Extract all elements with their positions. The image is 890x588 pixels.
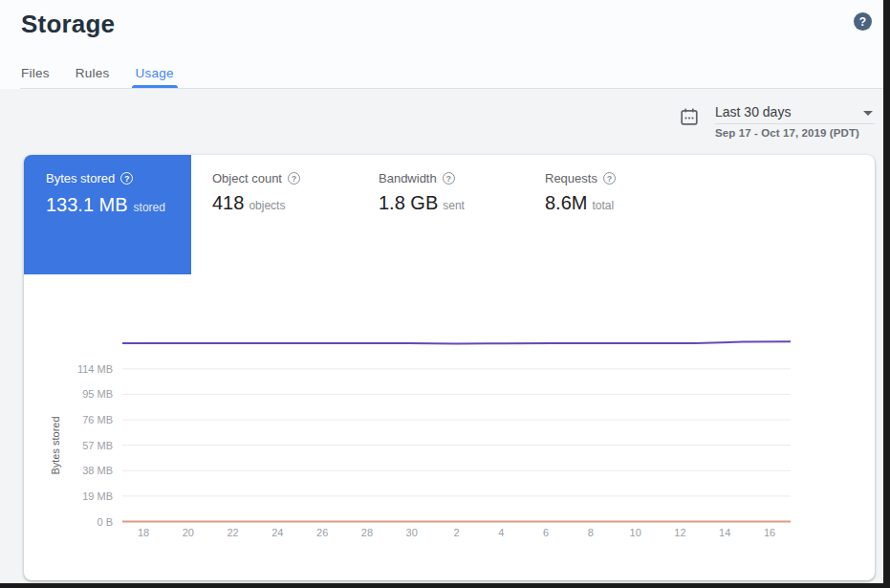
- metric-tab-object-count[interactable]: Object count?418objects: [212, 171, 379, 214]
- y-axis-title: Bytes stored: [50, 416, 61, 474]
- calendar-icon: [680, 107, 699, 126]
- usage-line-chart: 114 MB95 MB76 MB57 MB38 MB19 MB0 B182022…: [29, 316, 879, 555]
- metric-value: 418: [212, 192, 244, 214]
- window-frame-right: [883, 0, 890, 588]
- metric-help-icon[interactable]: ?: [603, 172, 616, 185]
- y-tick-label: 19 MB: [82, 490, 113, 502]
- x-tick-label: 2: [453, 527, 459, 538]
- date-range-label: Last 30 days: [715, 104, 791, 120]
- chevron-down-icon: [863, 111, 873, 116]
- metric-label: Object count: [212, 171, 282, 185]
- x-tick-label: 10: [630, 527, 641, 538]
- x-tick-label: 14: [719, 527, 730, 538]
- window-frame-bottom: [0, 583, 890, 588]
- metric-label: Requests: [545, 171, 597, 185]
- question-mark-icon: ?: [859, 15, 866, 29]
- metric-label: Bytes stored: [46, 171, 115, 185]
- metric-value: 133.1 MB: [46, 194, 128, 216]
- metric-value: 1.8 GB: [379, 192, 438, 214]
- page-help-icon[interactable]: ?: [854, 12, 872, 31]
- x-tick-label: 8: [588, 527, 594, 538]
- x-tick-label: 6: [543, 527, 549, 538]
- x-tick-label: 28: [361, 527, 373, 538]
- metric-unit: sent: [443, 199, 465, 212]
- metric-unit: total: [592, 199, 614, 212]
- y-tick-label: 38 MB: [82, 465, 113, 476]
- metric-unit: objects: [249, 199, 285, 212]
- bytes-stored-line: [122, 341, 791, 343]
- x-tick-label: 20: [183, 527, 194, 538]
- page-title: Storage: [21, 10, 115, 39]
- metric-tab-bandwidth[interactable]: Bandwidth?1.8 GBsent: [379, 171, 545, 214]
- metric-help-icon[interactable]: ?: [443, 172, 455, 185]
- metric-label: Bandwidth: [379, 171, 437, 185]
- tab-files[interactable]: Files: [21, 57, 50, 88]
- x-tick-label: 22: [227, 527, 238, 538]
- date-range-underline: [715, 123, 875, 124]
- y-tick-label: 114 MB: [77, 363, 113, 375]
- metrics-row: Object count?418objectsBandwidth?1.8 GBs…: [212, 171, 711, 214]
- x-tick-label: 30: [406, 527, 418, 538]
- tab-rules[interactable]: Rules: [76, 57, 110, 88]
- metric-value: 8.6M: [545, 192, 587, 214]
- y-tick-label: 76 MB: [82, 414, 113, 425]
- y-tick-label: 0 B: [97, 516, 113, 528]
- x-tick-label: 26: [316, 527, 328, 538]
- x-tick-label: 4: [498, 527, 504, 538]
- y-tick-label: 57 MB: [82, 440, 113, 451]
- metric-help-icon[interactable]: ?: [120, 172, 133, 185]
- metric-tab-bytes-stored[interactable]: Bytes stored ? 133.1 MB stored: [24, 155, 191, 274]
- x-tick-label: 24: [271, 527, 283, 538]
- storage-usage-page: Storage ? FilesRulesUsage Last 30 days S…: [0, 0, 890, 588]
- metric-tab-requests[interactable]: Requests?8.6Mtotal: [545, 171, 711, 214]
- metric-help-icon[interactable]: ?: [288, 172, 300, 185]
- tab-usage[interactable]: Usage: [136, 57, 174, 88]
- y-tick-label: 95 MB: [82, 388, 113, 400]
- tab-bar-divider: [20, 88, 883, 89]
- x-tick-label: 12: [674, 527, 685, 538]
- x-tick-label: 16: [764, 527, 775, 538]
- tab-bar: FilesRulesUsage: [21, 57, 174, 88]
- metric-unit: stored: [134, 201, 165, 214]
- date-range-detail: Sep 17 - Oct 17, 2019 (PDT): [715, 127, 859, 139]
- x-tick-label: 18: [138, 527, 149, 538]
- date-range-picker[interactable]: Last 30 days Sep 17 - Oct 17, 2019 (PDT): [680, 103, 877, 143]
